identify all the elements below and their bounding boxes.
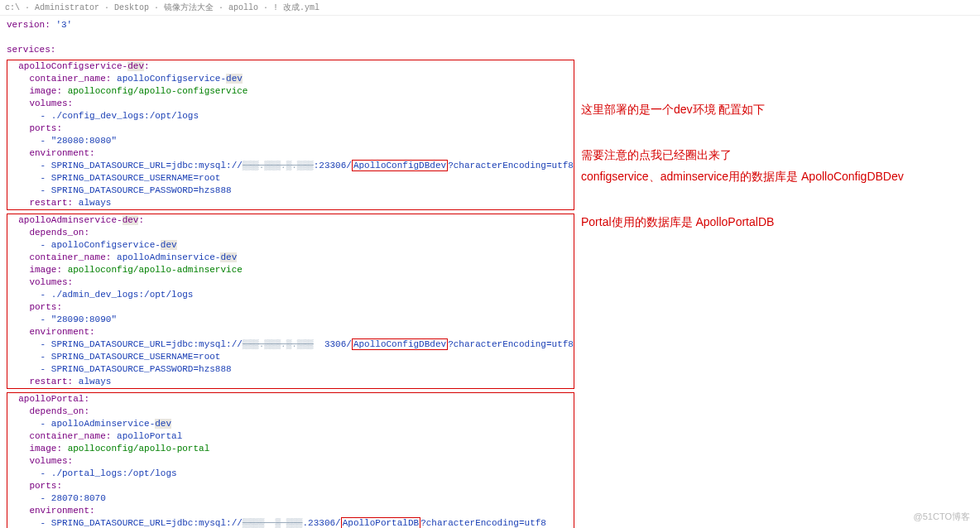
svc2-dep-k: depends_on: bbox=[29, 228, 89, 238]
main-wrap: version: '3' services: apolloConfigservi… bbox=[0, 16, 980, 528]
svc2-cname-suffix: dev bbox=[220, 252, 237, 262]
svc1-name: apolloConfigservice- bbox=[18, 61, 127, 71]
svc1-image-k: image: bbox=[29, 86, 62, 96]
note-2b: configservice、adminservice用的数据库是 ApolloC… bbox=[581, 166, 980, 188]
svc2-url-pref: - SPRING_DATASOURCE_URL=jdbc:mysql:// bbox=[41, 339, 243, 349]
svc2-url-tail: ?characterEncoding=utf8 bbox=[448, 339, 574, 349]
svc1-ports-k: ports: bbox=[29, 123, 62, 133]
svc1-restart-v: always bbox=[79, 198, 112, 208]
note-3: Portal使用的数据库是 ApolloPortalDB bbox=[581, 211, 980, 233]
svc3-url-tail: ?characterEncoding=utf8 bbox=[420, 518, 546, 528]
svc1-env-user: - SPRING_DATASOURCE_USERNAME=root bbox=[41, 173, 221, 183]
svc1-suffix: dev bbox=[127, 61, 144, 71]
svc2-vol-v: - ./admin_dev_logs:/opt/logs bbox=[41, 290, 194, 300]
svc2-image-v: apolloconfig/apollo-adminservice bbox=[68, 265, 243, 275]
svc3-url-pref: - SPRING_DATASOURCE_URL=jdbc:mysql:// bbox=[41, 518, 243, 528]
svc2-ports-v: - "28090:8090" bbox=[41, 314, 117, 324]
note-1: 这里部署的是一个dev环境 配置如下 bbox=[581, 98, 980, 121]
note-2: 需要注意的点我已经圈出来了 configservice、adminservice… bbox=[581, 144, 980, 188]
svc2-restart-k: restart: bbox=[29, 377, 73, 386]
svc2-vol-k: volumes: bbox=[29, 277, 73, 287]
svc2-cname-k: container_name: bbox=[29, 252, 111, 262]
svc2-dep-v: - apolloConfigservice- bbox=[41, 240, 161, 250]
svc2-url-db-box: ApolloConfigDBdev bbox=[352, 338, 448, 350]
svc3-dep-suffix: dev bbox=[155, 419, 171, 429]
svc3-url-db-box: ApolloPortalDB bbox=[341, 517, 420, 528]
svc3-image-k: image: bbox=[29, 444, 62, 454]
svc3-image-v: apolloconfig/apollo-portal bbox=[68, 444, 210, 454]
svc1-ports-v: - "28080:8080" bbox=[41, 136, 117, 146]
note-2a: 需要注意的点我已经圈出来了 bbox=[581, 144, 980, 166]
svc3-url-port: .23306/ bbox=[302, 518, 340, 528]
svc2-env-user: - SPRING_DATASOURCE_USERNAME=root bbox=[41, 352, 221, 362]
svc3-env-k: environment: bbox=[29, 506, 94, 516]
svc3-cname-k: container_name: bbox=[29, 431, 111, 441]
svc1-restart-k: restart: bbox=[29, 198, 73, 208]
svc2-image-k: image: bbox=[29, 265, 62, 275]
box-configservice: apolloConfigservice-dev: container_name:… bbox=[7, 60, 574, 210]
svc2-url-port: 3306/ bbox=[314, 339, 352, 349]
code-column: version: '3' services: apolloConfigservi… bbox=[0, 16, 581, 528]
svc2-dep-suffix: dev bbox=[161, 240, 177, 250]
svc3-dep-k: depends_on: bbox=[29, 406, 89, 416]
svc3-name: apolloPortal bbox=[18, 394, 84, 404]
box-portal: apolloPortal: depends_on: - apolloAdmins… bbox=[7, 392, 574, 528]
svc1-url-host: ▒▒▒.▒▒▒.▒.▒▒▒ bbox=[243, 161, 314, 170]
svc1-env-pass: - SPRING_DATASOURCE_PASSWORD=hzs888 bbox=[41, 185, 232, 195]
svc2-restart-v: always bbox=[79, 377, 112, 386]
watermark: @51CTO博客 bbox=[914, 511, 970, 523]
svc1-url-db-box: ApolloConfigDBdev bbox=[352, 160, 448, 171]
svc2-env-pass: - SPRING_DATASOURCE_PASSWORD=hzs888 bbox=[41, 364, 232, 374]
svc1-url-tail: ?characterEncoding=utf8 bbox=[448, 161, 574, 170]
svc3-vol-v: - ./portal_logs:/opt/logs bbox=[41, 468, 177, 478]
svc3-ports-k: ports: bbox=[29, 481, 62, 491]
svc3-ports-v: - 28070:8070 bbox=[41, 493, 106, 503]
svc2-suffix: dev bbox=[122, 215, 139, 225]
yaml-services-key: services: bbox=[7, 45, 55, 55]
svc1-url-port: :23306/ bbox=[314, 161, 352, 170]
yaml-version-key: version: bbox=[7, 20, 50, 30]
notes-column: 这里部署的是一个dev环境 配置如下 需要注意的点我已经圈出来了 configs… bbox=[581, 16, 980, 256]
breadcrumb: c:\ · Administrator · Desktop · 镜像方法大全 ·… bbox=[0, 0, 980, 16]
svc1-url-pref: - SPRING_DATASOURCE_URL=jdbc:mysql:// bbox=[41, 161, 243, 170]
svc2-cname-v: apolloAdminservice- bbox=[117, 252, 220, 262]
svc3-dep-v: - apolloAdminservice- bbox=[41, 419, 156, 429]
svc3-vol-k: volumes: bbox=[29, 456, 73, 466]
yaml-version-val: '3' bbox=[55, 20, 72, 30]
svc2-url-host: ▒▒▒.▒▒▒.▒.▒▒▒ bbox=[243, 339, 314, 349]
svc2-name: apolloAdminservice- bbox=[18, 215, 122, 225]
svc1-cname-v: apolloConfigservice- bbox=[117, 74, 226, 84]
box-adminservice: apolloAdminservice-dev: depends_on: - ap… bbox=[7, 214, 574, 389]
svc3-cname-v: apolloPortal bbox=[117, 431, 182, 441]
svc1-vol-v: - ./config_dev_logs:/opt/logs bbox=[41, 111, 199, 121]
svc3-url-host: ▒▒▒▒ ▒ ▒▒▒ bbox=[243, 518, 303, 528]
svc1-cname-suffix: dev bbox=[226, 74, 243, 84]
svc2-ports-k: ports: bbox=[29, 302, 62, 312]
svc1-env-k: environment: bbox=[29, 148, 94, 158]
svc1-vol-k: volumes: bbox=[29, 98, 73, 108]
svc1-cname-k: container_name: bbox=[29, 74, 111, 84]
svc1-image-v: apolloconfig/apollo-configservice bbox=[68, 86, 248, 96]
svc2-env-k: environment: bbox=[29, 327, 94, 337]
